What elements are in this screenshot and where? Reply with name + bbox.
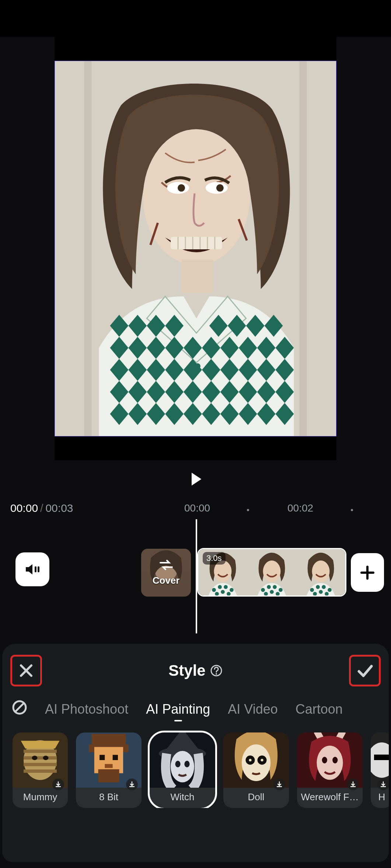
svg-point-77 xyxy=(322,757,327,763)
playhead[interactable] xyxy=(196,519,197,633)
cover-thumbnail[interactable]: Cover xyxy=(141,549,191,597)
style-label: H xyxy=(371,788,389,808)
svg-point-43 xyxy=(322,585,326,589)
svg-point-25 xyxy=(224,585,228,589)
svg-rect-17 xyxy=(35,566,36,572)
svg-point-24 xyxy=(218,585,222,589)
svg-rect-60 xyxy=(98,769,119,783)
help-icon[interactable] xyxy=(210,664,223,677)
time-total: 00:03 xyxy=(45,502,73,514)
download-icon xyxy=(273,779,285,790)
close-icon xyxy=(17,661,36,680)
no-style-button[interactable] xyxy=(12,700,27,718)
svg-point-33 xyxy=(267,585,271,589)
svg-rect-81 xyxy=(374,755,389,760)
speaker-icon xyxy=(24,560,41,578)
plus-icon xyxy=(359,565,376,581)
cover-label: Cover xyxy=(153,575,180,586)
svg-rect-62 xyxy=(113,755,118,760)
svg-point-73 xyxy=(249,759,251,761)
ruler-dot xyxy=(351,509,353,511)
svg-point-40 xyxy=(312,560,330,582)
style-option-witch[interactable]: Witch xyxy=(150,732,215,808)
svg-point-74 xyxy=(261,759,263,761)
svg-point-54 xyxy=(32,756,38,760)
svg-point-44 xyxy=(328,588,332,592)
style-option-mummy[interactable]: Mummy xyxy=(13,732,68,808)
style-option-h[interactable]: H xyxy=(371,732,389,808)
panel-title-text: Style xyxy=(168,662,205,679)
ruler-dot xyxy=(247,509,249,511)
download-icon xyxy=(347,779,359,790)
download-icon xyxy=(126,779,138,790)
svg-point-49 xyxy=(216,673,217,675)
video-clip[interactable]: 3.0s xyxy=(197,548,346,597)
style-option-8-bit[interactable]: 8 Bit xyxy=(76,732,142,808)
svg-point-26 xyxy=(230,588,234,592)
svg-point-5 xyxy=(178,184,185,191)
svg-point-55 xyxy=(43,756,49,760)
svg-point-70 xyxy=(242,744,270,781)
svg-point-78 xyxy=(332,757,338,763)
svg-point-35 xyxy=(279,588,283,592)
tab-ai-photoshoot[interactable]: AI Photoshoot xyxy=(45,702,128,717)
play-button[interactable] xyxy=(185,468,206,490)
svg-point-32 xyxy=(261,588,265,592)
cancel-button[interactable] xyxy=(10,655,42,686)
tab-ai-video[interactable]: AI Video xyxy=(228,702,277,717)
svg-point-46 xyxy=(319,590,323,594)
svg-rect-57 xyxy=(92,734,126,744)
confirm-button[interactable] xyxy=(349,655,381,686)
check-icon xyxy=(355,660,375,681)
preview-image[interactable] xyxy=(55,61,336,436)
style-option-werewolf-f-[interactable]: Werewolf F… xyxy=(297,732,363,808)
svg-point-37 xyxy=(270,590,274,594)
tab-ai-painting[interactable]: AI Painting xyxy=(146,702,210,717)
timeline[interactable]: Cover 3.0s xyxy=(0,519,391,637)
style-label: Werewolf F… xyxy=(297,788,363,808)
preview-frame xyxy=(55,37,336,460)
svg-point-66 xyxy=(171,751,194,782)
status-bar-spacer xyxy=(0,0,391,37)
style-thumb xyxy=(150,732,215,788)
preview-area xyxy=(0,37,391,460)
swap-icon xyxy=(159,559,174,573)
style-label: Doll xyxy=(223,788,289,808)
svg-point-7 xyxy=(216,184,224,191)
style-list[interactable]: Mummy8 BitWitchDollWerewolf F…H xyxy=(2,722,389,808)
svg-point-34 xyxy=(273,585,277,589)
style-panel: Style AI Photoshoot AI Painting AI Video… xyxy=(2,644,389,862)
download-icon xyxy=(52,779,64,790)
time-display: 00:00 / 00:03 00:00 00:02 xyxy=(0,501,391,519)
panel-title: Style xyxy=(168,662,222,679)
svg-rect-18 xyxy=(38,566,39,572)
style-label: 8 Bit xyxy=(76,788,142,808)
style-option-doll[interactable]: Doll xyxy=(223,732,289,808)
svg-point-28 xyxy=(221,590,225,594)
download-icon xyxy=(377,779,389,790)
svg-rect-61 xyxy=(100,755,105,760)
clip-duration: 3.0s xyxy=(203,552,226,565)
tab-cartoon[interactable]: Cartoon xyxy=(296,702,343,717)
svg-line-51 xyxy=(15,703,24,712)
svg-point-42 xyxy=(316,585,320,589)
style-category-tabs: AI Photoshoot AI Painting AI Video Carto… xyxy=(2,693,389,722)
audio-toggle-button[interactable] xyxy=(15,552,49,586)
style-label: Witch xyxy=(150,788,215,808)
svg-rect-63 xyxy=(105,764,112,768)
svg-point-16 xyxy=(195,363,200,369)
svg-rect-2 xyxy=(299,61,307,436)
svg-point-31 xyxy=(263,560,281,582)
ruler-mark: 00:00 xyxy=(184,502,210,514)
svg-point-41 xyxy=(310,588,314,592)
ruler-mark: 00:02 xyxy=(287,502,313,514)
svg-point-23 xyxy=(212,588,216,592)
style-label: Mummy xyxy=(13,788,68,808)
svg-point-67 xyxy=(175,761,180,767)
add-clip-button[interactable] xyxy=(351,553,384,592)
time-current: 00:00 xyxy=(10,502,38,514)
svg-point-68 xyxy=(184,761,189,767)
svg-rect-15 xyxy=(182,260,213,293)
svg-rect-1 xyxy=(84,61,92,436)
